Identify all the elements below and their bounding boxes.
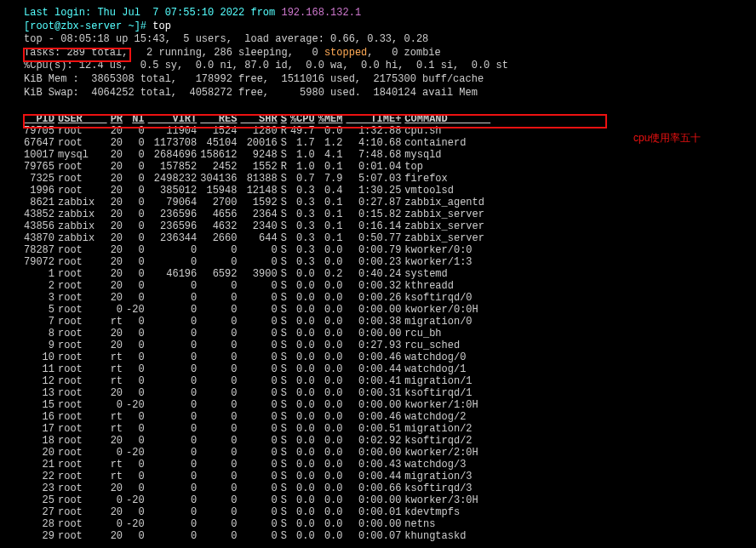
process-row[interactable]: 8621zabbix 20 0 79064 2700 1592S 0.3 0.1… xyxy=(24,197,494,208)
process-row[interactable]: 67647root 20 0 1173708 45104 20016S 1.7 … xyxy=(24,137,494,149)
col-header: %MEM xyxy=(318,113,346,125)
prompt-line[interactable]: [root@zbx-server ~]# top xyxy=(24,20,732,34)
process-table[interactable]: PIDUSER PRNI VIRT RES SHRS%CPU%MEM TIME+… xyxy=(24,113,494,542)
process-row[interactable]: 1root 20 0 46196 6592 3900S 0.0 0.2 0:40… xyxy=(24,268,494,280)
process-row[interactable]: 43852zabbix 20 0 236596 4656 2364S 0.3 0… xyxy=(24,208,494,220)
process-row[interactable]: 16root rt 0 0 0 0S 0.0 0.0 0:00.46watchd… xyxy=(24,411,494,423)
blank-line xyxy=(24,100,732,113)
process-row[interactable]: 43870zabbix 20 0 236344 2660 644S 0.3 0.… xyxy=(24,232,494,244)
process-row[interactable]: 8root 20 0 0 0 0S 0.0 0.0 0:00.00rcu_bh xyxy=(24,328,494,340)
process-row[interactable]: 10017mysql 20 0 2684696158612 9248S 1.0 … xyxy=(24,149,494,161)
process-row[interactable]: 17root rt 0 0 0 0S 0.0 0.0 0:00.51migrat… xyxy=(24,423,494,435)
process-row[interactable]: 28root 0-20 0 0 0S 0.0 0.0 0:00.00netns xyxy=(24,518,494,530)
process-row[interactable]: 3root 20 0 0 0 0S 0.0 0.0 0:00.26ksoftir… xyxy=(24,292,494,304)
process-row[interactable]: 27root 20 0 0 0 0S 0.0 0.0 0:00.01kdevtm… xyxy=(24,506,494,518)
process-row[interactable]: 18root 20 0 0 0 0S 0.0 0.0 0:02.92ksofti… xyxy=(24,435,494,447)
process-row[interactable]: 7325root 20 0 2498232304136 81388S 0.7 7… xyxy=(24,173,494,185)
process-row[interactable]: 25root 0-20 0 0 0S 0.0 0.0 0:00.00kworke… xyxy=(24,494,494,506)
col-header: TIME+ xyxy=(346,113,405,125)
process-row[interactable]: 7root rt 0 0 0 0S 0.0 0.0 0:00.38migrati… xyxy=(24,316,494,328)
col-header: RES xyxy=(200,113,240,125)
top-swap: KiB Swap: 4064252 total, 4058272 free, 5… xyxy=(24,87,732,100)
top-mem: KiB Mem : 3865308 total, 178992 free, 15… xyxy=(24,73,732,87)
col-header: PID xyxy=(24,113,58,125)
process-row[interactable]: 1996root 20 0 385012 15948 12148S 0.3 0.… xyxy=(24,185,494,197)
process-row[interactable]: 12root rt 0 0 0 0S 0.0 0.0 0:00.41migrat… xyxy=(24,375,494,387)
col-header: %CPU xyxy=(290,113,318,125)
process-row[interactable]: 11root rt 0 0 0 0S 0.0 0.0 0:00.44watchd… xyxy=(24,363,494,375)
process-row[interactable]: 79765root 20 0 157852 2452 1552R 1.0 0.1… xyxy=(24,161,494,173)
process-row[interactable]: 10root rt 0 0 0 0S 0.0 0.0 0:00.46watchd… xyxy=(24,351,494,363)
process-row[interactable]: 29root 20 0 0 0 0S 0.0 0.0 0:00.07khungt… xyxy=(24,530,494,542)
col-header: PR xyxy=(111,113,126,125)
col-header: VIRT xyxy=(148,113,201,125)
process-row[interactable]: 23root 20 0 0 0 0S 0.0 0.0 0:00.66ksofti… xyxy=(24,482,494,494)
process-row[interactable]: 20root 0-20 0 0 0S 0.0 0.0 0:00.00kworke… xyxy=(24,447,494,459)
process-row[interactable]: 2root 20 0 0 0 0S 0.0 0.0 0:00.32kthread… xyxy=(24,280,494,292)
col-header: S xyxy=(281,113,290,125)
top-tasks: Tasks: 289 total, 2 running, 286 sleepin… xyxy=(24,47,732,60)
top-summary-1: top - 08:05:18 up 15:43, 5 users, load a… xyxy=(24,33,732,47)
process-row[interactable]: 79072root 20 0 0 0 0S 0.3 0.0 0:00.23kwo… xyxy=(24,256,494,268)
process-row[interactable]: 79705root 20 0 11904 1524 1280R49.7 0.0 … xyxy=(24,125,494,137)
col-header: NI xyxy=(126,113,148,125)
process-row[interactable]: 5root 0-20 0 0 0S 0.0 0.0 0:00.00kworker… xyxy=(24,304,494,316)
process-row[interactable]: 78287root 20 0 0 0 0S 0.3 0.0 0:00.79kwo… xyxy=(24,244,494,256)
process-row[interactable]: 15root 0-20 0 0 0S 0.0 0.0 0:00.00kworke… xyxy=(24,399,494,411)
col-header: SHR xyxy=(240,113,280,125)
table-header-row: PIDUSER PRNI VIRT RES SHRS%CPU%MEM TIME+… xyxy=(24,113,494,125)
process-row[interactable]: 21root rt 0 0 0 0S 0.0 0.0 0:00.43watchd… xyxy=(24,459,494,471)
annotation-text: cpu使用率五十 xyxy=(633,131,701,146)
process-row[interactable]: 9root 20 0 0 0 0S 0.0 0.0 0:27.93rcu_sch… xyxy=(24,340,494,351)
process-row[interactable]: 13root 20 0 0 0 0S 0.0 0.0 0:00.31ksofti… xyxy=(24,387,494,399)
col-header: COMMAND xyxy=(404,113,494,125)
top-cpu: %Cpu(s): 12.4 us, 0.5 sy, 0.0 ni, 87.0 i… xyxy=(24,60,732,73)
process-row[interactable]: 22root rt 0 0 0 0S 0.0 0.0 0:00.44migrat… xyxy=(24,471,494,482)
login-line: Last login: Thu Jul 7 07:55:10 2022 from… xyxy=(24,7,732,20)
col-header: USER xyxy=(58,113,111,125)
process-row[interactable]: 43856zabbix 20 0 236596 4632 2340S 0.3 0… xyxy=(24,220,494,232)
